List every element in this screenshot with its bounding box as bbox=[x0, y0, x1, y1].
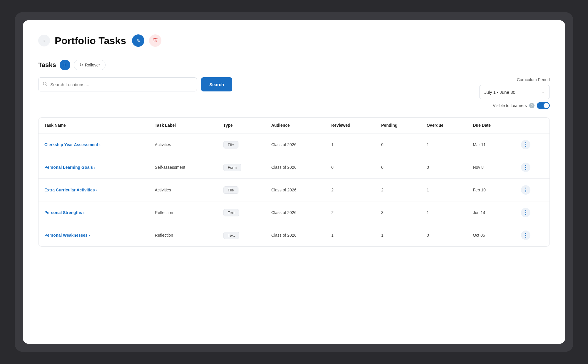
search-icon bbox=[43, 81, 47, 88]
col-task-label: Task Label bbox=[149, 118, 218, 133]
period-select[interactable]: July 1 - June 30 ⌄ bbox=[479, 85, 550, 99]
search-and-controls: Search bbox=[38, 77, 479, 95]
cell-reviewed: 1 bbox=[325, 133, 375, 156]
chevron-down-icon: ⌄ bbox=[541, 90, 545, 94]
tasks-table: Task Name Task Label Type Audience Revie… bbox=[39, 118, 549, 246]
back-button[interactable]: ‹ bbox=[38, 35, 50, 46]
cell-overdue: 1 bbox=[421, 201, 467, 224]
cell-task-name: Clerkship Year Assessment › bbox=[39, 133, 149, 156]
edit-icon: ✎ bbox=[136, 38, 140, 44]
row-menu-button[interactable]: ⋮ bbox=[521, 140, 530, 149]
type-badge: Form bbox=[223, 164, 241, 171]
cell-reviewed: 2 bbox=[325, 179, 375, 201]
cell-menu: ⋮ bbox=[515, 156, 549, 179]
task-link[interactable]: Personal Learning Goals › bbox=[44, 165, 143, 170]
row-menu-button[interactable]: ⋮ bbox=[521, 185, 530, 195]
visible-label: Visible to Learners bbox=[493, 103, 527, 108]
chevron-right-icon: › bbox=[89, 233, 90, 238]
page-header: ‹ Portfolio Tasks ✎ bbox=[38, 34, 550, 47]
curriculum-period-label: Curriculum Period bbox=[517, 77, 550, 82]
chevron-right-icon: › bbox=[94, 165, 95, 170]
cell-task-name: Personal Strengths › bbox=[39, 201, 149, 224]
visible-toggle[interactable] bbox=[537, 102, 550, 109]
row-menu-button[interactable]: ⋮ bbox=[521, 231, 530, 240]
type-badge: File bbox=[223, 141, 238, 148]
cell-task-name: Personal Learning Goals › bbox=[39, 156, 149, 179]
edit-button[interactable]: ✎ bbox=[132, 34, 144, 47]
delete-button[interactable] bbox=[149, 34, 161, 47]
cell-type: Text bbox=[218, 201, 265, 224]
cell-audience: Class of 2026 bbox=[265, 133, 325, 156]
task-link[interactable]: Extra Curricular Activities › bbox=[44, 188, 143, 192]
type-badge: File bbox=[223, 186, 238, 194]
cell-reviewed: 0 bbox=[325, 156, 375, 179]
col-due-date: Due Date bbox=[467, 118, 515, 133]
cell-task-name: Personal Weaknesses › bbox=[39, 224, 149, 247]
curriculum-section: Curriculum Period July 1 - June 30 ⌄ Vis… bbox=[479, 77, 550, 109]
cell-due-date: Nov 8 bbox=[467, 156, 515, 179]
cell-overdue: 1 bbox=[421, 179, 467, 201]
cell-task-label: Self-assessment bbox=[149, 156, 218, 179]
cell-task-label: Activities bbox=[149, 133, 218, 156]
cell-audience: Class of 2026 bbox=[265, 156, 325, 179]
cell-audience: Class of 2026 bbox=[265, 179, 325, 201]
cell-audience: Class of 2026 bbox=[265, 224, 325, 247]
delete-icon bbox=[153, 37, 158, 44]
cell-pending: 1 bbox=[375, 224, 421, 247]
col-pending: Pending bbox=[375, 118, 421, 133]
cell-audience: Class of 2026 bbox=[265, 201, 325, 224]
back-icon: ‹ bbox=[43, 38, 45, 44]
cell-task-label: Activities bbox=[149, 179, 218, 201]
cell-type: File bbox=[218, 179, 265, 201]
col-reviewed: Reviewed bbox=[325, 118, 375, 133]
tasks-header: Tasks + ↻ Rollover bbox=[38, 60, 550, 70]
row-menu-button[interactable]: ⋮ bbox=[521, 208, 530, 217]
cell-type: File bbox=[218, 133, 265, 156]
col-audience: Audience bbox=[265, 118, 325, 133]
task-link[interactable]: Clerkship Year Assessment › bbox=[44, 142, 143, 147]
help-icon[interactable]: ? bbox=[529, 103, 534, 108]
cell-due-date: Feb 10 bbox=[467, 179, 515, 201]
period-value: July 1 - June 30 bbox=[484, 90, 515, 95]
top-controls: Search Curriculum Period July 1 - June 3… bbox=[38, 77, 550, 109]
table-row: Personal Strengths › Reflection Text Cla… bbox=[39, 201, 549, 224]
task-link[interactable]: Personal Strengths › bbox=[44, 210, 143, 215]
chevron-right-icon: › bbox=[99, 143, 101, 147]
search-input-wrap bbox=[38, 77, 197, 91]
cell-menu: ⋮ bbox=[515, 179, 549, 201]
cell-overdue: 0 bbox=[421, 156, 467, 179]
rollover-icon: ↻ bbox=[79, 62, 83, 68]
table-row: Personal Weaknesses › Reflection Text Cl… bbox=[39, 224, 549, 247]
cell-type: Form bbox=[218, 156, 265, 179]
tasks-table-wrap: Task Name Task Label Type Audience Revie… bbox=[38, 117, 550, 247]
table-row: Personal Learning Goals › Self-assessmen… bbox=[39, 156, 549, 179]
search-button[interactable]: Search bbox=[201, 77, 232, 91]
cell-pending: 2 bbox=[375, 179, 421, 201]
cell-menu: ⋮ bbox=[515, 224, 549, 247]
table-body: Clerkship Year Assessment › Activities F… bbox=[39, 133, 549, 246]
chevron-right-icon: › bbox=[96, 188, 97, 192]
row-menu-button[interactable]: ⋮ bbox=[521, 163, 530, 172]
rollover-button[interactable]: ↻ Rollover bbox=[74, 60, 106, 70]
cell-overdue: 0 bbox=[421, 224, 467, 247]
cell-menu: ⋮ bbox=[515, 201, 549, 224]
type-badge: Text bbox=[223, 232, 239, 239]
chevron-right-icon: › bbox=[83, 211, 84, 215]
outer-frame: ‹ Portfolio Tasks ✎ Tasks + ↻ R bbox=[15, 12, 573, 352]
cell-pending: 0 bbox=[375, 133, 421, 156]
table-header: Task Name Task Label Type Audience Revie… bbox=[39, 118, 549, 133]
cell-task-name: Extra Curricular Activities › bbox=[39, 179, 149, 201]
rollover-label: Rollover bbox=[85, 63, 100, 67]
cell-due-date: Jun 14 bbox=[467, 201, 515, 224]
cell-task-label: Reflection bbox=[149, 201, 218, 224]
cell-reviewed: 2 bbox=[325, 201, 375, 224]
add-icon: + bbox=[63, 62, 67, 68]
cell-due-date: Mar 11 bbox=[467, 133, 515, 156]
task-link[interactable]: Personal Weaknesses › bbox=[44, 233, 143, 238]
cell-task-label: Reflection bbox=[149, 224, 218, 247]
cell-overdue: 1 bbox=[421, 133, 467, 156]
page-title: Portfolio Tasks bbox=[55, 35, 126, 46]
search-input[interactable] bbox=[50, 82, 193, 87]
add-task-button[interactable]: + bbox=[60, 60, 70, 70]
visible-to-learners-row: Visible to Learners ? bbox=[493, 102, 550, 109]
